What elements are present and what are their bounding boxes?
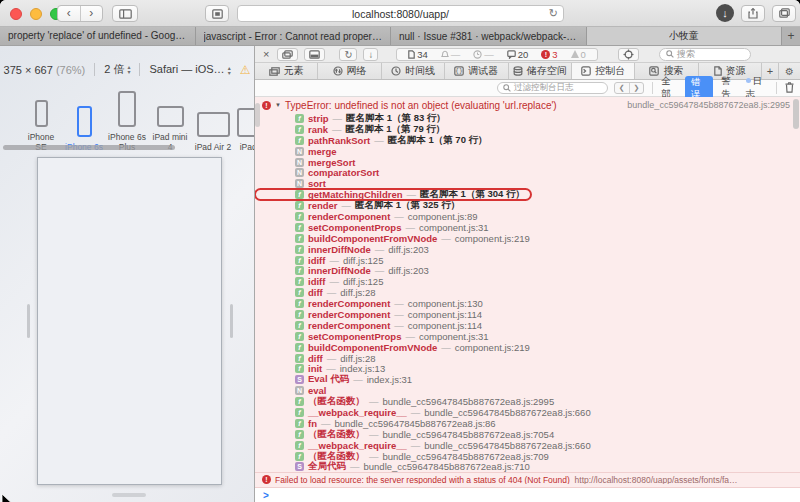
- stack-frame[interactable]: finnerDiffNode—diff.js:203: [255, 244, 800, 255]
- stack-frame[interactable]: fbuildComponentFromVNode—component.js:21…: [255, 342, 800, 353]
- frame-source-location[interactable]: component.js:31: [419, 331, 489, 342]
- previous-message-button[interactable]: ❮: [615, 83, 629, 93]
- frame-source-location[interactable]: diff.js:28: [340, 287, 375, 298]
- reload-page-button[interactable]: ↻: [339, 48, 357, 61]
- frame-source-location[interactable]: bundle_cc59647845b887672ea8.js:660: [424, 407, 590, 418]
- frame-source-location[interactable]: component.js:114: [408, 320, 482, 331]
- dock-to-bottom-button[interactable]: [304, 48, 325, 61]
- downloads-button[interactable]: ↓: [716, 4, 734, 22]
- device-ipad-pro[interactable]: iPad Pro: [241, 108, 255, 152]
- console-scrollbar-thumb[interactable]: [793, 99, 799, 129]
- forward-button[interactable]: ›: [81, 6, 103, 21]
- stack-frame[interactable]: fstrip—匿名脚本 1（第 83 行）: [255, 113, 800, 124]
- tab-overview-button[interactable]: [772, 5, 796, 22]
- console-404-error-entry[interactable]: ! Failed to load resource: the server re…: [255, 473, 800, 488]
- stack-frame[interactable]: NmergeSort: [255, 157, 800, 168]
- left-scrollbar-thumb[interactable]: [255, 103, 260, 127]
- download-web-archive-button[interactable]: ↓: [363, 48, 378, 61]
- frame-source-location[interactable]: component.js:219: [455, 233, 530, 244]
- settings-gear-icon[interactable]: ⚙: [779, 63, 800, 79]
- new-tab-button[interactable]: +: [782, 27, 800, 45]
- inspector-search-field[interactable]: 搜索: [659, 48, 751, 61]
- reload-icon[interactable]: ↻: [549, 8, 558, 19]
- stack-frame[interactable]: fidiff—diff.js:125: [255, 255, 800, 266]
- back-button[interactable]: ‹: [58, 6, 80, 21]
- close-window-button[interactable]: [10, 8, 22, 20]
- tab-network[interactable]: 网络: [318, 63, 381, 79]
- user-agent-selector[interactable]: Safari — iOS…▴▾: [149, 63, 230, 75]
- resize-handle-right[interactable]: [230, 304, 233, 338]
- error-location-link[interactable]: bundle_cc59647845b887672ea8.js:2995: [627, 100, 790, 110]
- stack-frame[interactable]: frender—匿名脚本 1（第 325 行）: [255, 200, 800, 211]
- stack-frame[interactable]: frenderComponent—component.js:89: [255, 211, 800, 222]
- frame-source-location[interactable]: diff.js:203: [388, 265, 429, 276]
- frame-source-location[interactable]: bundle_cc59647845b887672ea8.js:2995: [383, 396, 555, 407]
- stack-frame[interactable]: Nmerge: [255, 146, 800, 157]
- frame-source-location[interactable]: bundle_cc59647845b887672ea8.js:660: [424, 440, 590, 451]
- page-preview-button[interactable]: [205, 5, 229, 22]
- tab-console[interactable]: 控制台: [572, 63, 635, 79]
- frame-source-location[interactable]: component.js:89: [408, 211, 478, 222]
- stack-frame[interactable]: f__webpack_require__—bundle_cc59647845b8…: [255, 407, 800, 418]
- stack-frame[interactable]: fsetComponentProps—component.js:31: [255, 331, 800, 342]
- disclosure-triangle-icon[interactable]: ▼: [275, 102, 281, 108]
- tab-storage[interactable]: 储存空间: [509, 63, 572, 79]
- frame-source-location[interactable]: diff.js:203: [388, 244, 429, 255]
- failed-resource-url[interactable]: http://localhost:8080/uapp/assets/fonts/…: [575, 475, 738, 484]
- frame-source-location[interactable]: component.js:130: [408, 298, 483, 309]
- frame-source-location[interactable]: component.js:114: [408, 309, 482, 320]
- console-filter-field[interactable]: 过滤控制台日志: [497, 82, 608, 94]
- next-message-button[interactable]: ❯: [630, 83, 644, 93]
- stack-frame[interactable]: S全局代码—bundle_cc59647845b887672ea8.js:710: [255, 462, 800, 473]
- stack-frame[interactable]: finnerDiffNode—diff.js:203: [255, 265, 800, 276]
- stack-frame[interactable]: f（匿名函数）—bundle_cc59647845b887672ea8.js:2…: [255, 396, 800, 407]
- tab-google-search[interactable]: property 'replace' of undefined - Google…: [0, 27, 196, 45]
- frame-source-location[interactable]: 匿名脚本 1（第 70 行）: [388, 134, 488, 147]
- console-prompt-row[interactable]: >: [255, 488, 800, 502]
- stack-frame[interactable]: frenderComponent—component.js:130: [255, 298, 800, 309]
- stack-frame[interactable]: NcomparatorSort: [255, 167, 800, 178]
- console-error-entry[interactable]: ! ▼ TypeError: undefined is not an objec…: [255, 97, 800, 473]
- stack-frame[interactable]: Nsort: [255, 178, 800, 189]
- stack-frame[interactable]: fpathRankSort—匿名脚本 1（第 70 行）: [255, 135, 800, 146]
- tab-stackoverflow[interactable]: javascript - Error : Cannot read propert…: [196, 27, 392, 45]
- stack-frame[interactable]: f（匿名函数）—bundle_cc59647845b887672ea8.js:7…: [255, 429, 800, 440]
- activity-viewer[interactable]: 34 — — 20 ! 3: [396, 48, 598, 61]
- tab-timelines[interactable]: 时间线: [382, 63, 445, 79]
- stack-frame[interactable]: fbuildComponentFromVNode—component.js:21…: [255, 233, 800, 244]
- frame-source-location[interactable]: diff.js:28: [340, 353, 375, 364]
- error-header[interactable]: ! ▼ TypeError: undefined is not an objec…: [255, 97, 800, 113]
- resize-handle-bottom[interactable]: [112, 493, 146, 497]
- frame-source-location[interactable]: component.js:31: [419, 222, 489, 233]
- frame-source-location[interactable]: bundle_cc59647845b887672ea8.js:7054: [383, 429, 555, 440]
- device-iphone-6s-plus[interactable]: iPhone 6s Plus: [112, 91, 142, 152]
- frame-source-location[interactable]: bundle_cc59647845b887672ea8.js:710: [364, 461, 530, 472]
- stack-frame[interactable]: fdiff—diff.js:28: [255, 353, 800, 364]
- close-inspector-button[interactable]: ×: [263, 48, 269, 60]
- element-picker-button[interactable]: [618, 48, 639, 61]
- stack-frame[interactable]: fdiff—diff.js:28: [255, 287, 800, 298]
- share-button[interactable]: [741, 5, 765, 22]
- minimize-window-button[interactable]: [30, 8, 42, 20]
- detach-inspector-button[interactable]: [277, 48, 298, 61]
- scale-selector[interactable]: 2 倍▴▾: [104, 62, 130, 77]
- device-ipad-air-2[interactable]: iPad Air 2: [198, 112, 228, 152]
- tab-debugger[interactable]: {} 调试器: [445, 63, 508, 79]
- stack-frame[interactable]: SEval 代码—index.js:31: [255, 374, 800, 385]
- device-viewport[interactable]: [37, 157, 222, 485]
- stack-frame[interactable]: frank—匿名脚本 1（第 79 行）: [255, 124, 800, 135]
- frame-source-location[interactable]: bundle_cc59647845b887672ea8.js:709: [383, 451, 549, 462]
- sidebar-toggle-button[interactable]: [112, 5, 138, 22]
- stack-frame[interactable]: fsetComponentProps—component.js:31: [255, 222, 800, 233]
- tab-elements[interactable]: 元素: [255, 63, 318, 79]
- horizontal-scrollbar[interactable]: [3, 145, 175, 150]
- frame-source-location[interactable]: index.js:31: [367, 374, 412, 385]
- stack-frame[interactable]: frenderComponent—component.js:114: [255, 309, 800, 320]
- clear-console-button[interactable]: [785, 82, 794, 95]
- warning-icon[interactable]: ⚠: [240, 63, 251, 77]
- tab-webpack-issue[interactable]: null · Issue #381 · webpack/webpack-dev-…: [391, 27, 587, 45]
- tab-active-app[interactable]: 小牧童: [587, 27, 783, 45]
- stack-frame[interactable]: fidiff—diff.js:125: [255, 276, 800, 287]
- frame-source-location[interactable]: diff.js:125: [343, 255, 384, 266]
- stack-frame[interactable]: frenderComponent—component.js:114: [255, 320, 800, 331]
